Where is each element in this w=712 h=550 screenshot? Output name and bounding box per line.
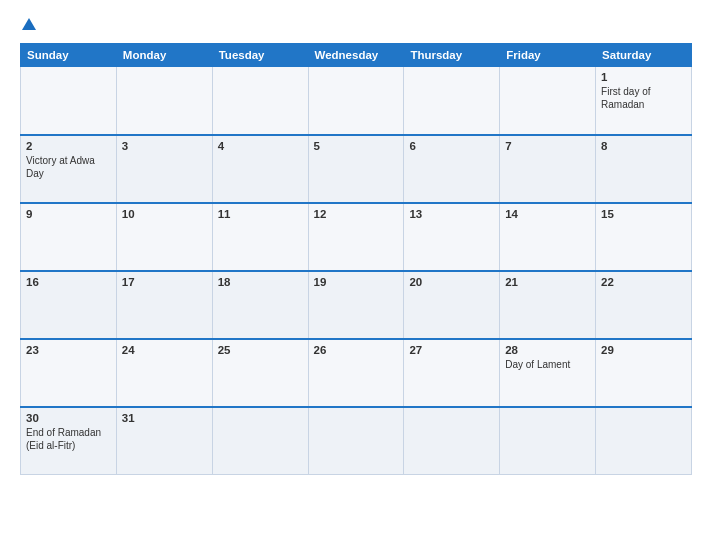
calendar-cell: 2Victory at Adwa Day [21, 135, 117, 203]
weekday-friday: Friday [500, 44, 596, 67]
weekday-tuesday: Tuesday [212, 44, 308, 67]
day-number: 14 [505, 208, 590, 220]
day-number: 26 [314, 344, 399, 356]
day-number: 13 [409, 208, 494, 220]
day-number: 31 [122, 412, 207, 424]
weekday-monday: Monday [116, 44, 212, 67]
day-number: 5 [314, 140, 399, 152]
week-row-5: 30End of Ramadan (Eid al-Fitr)31 [21, 407, 692, 475]
day-number: 15 [601, 208, 686, 220]
day-number: 29 [601, 344, 686, 356]
day-event: End of Ramadan (Eid al-Fitr) [26, 427, 101, 451]
logo [20, 18, 36, 31]
calendar-cell: 9 [21, 203, 117, 271]
calendar-cell: 30End of Ramadan (Eid al-Fitr) [21, 407, 117, 475]
calendar-cell: 13 [404, 203, 500, 271]
calendar-cell [116, 67, 212, 135]
calendar-cell: 23 [21, 339, 117, 407]
weekday-sunday: Sunday [21, 44, 117, 67]
weekday-header-row: SundayMondayTuesdayWednesdayThursdayFrid… [21, 44, 692, 67]
calendar-cell: 19 [308, 271, 404, 339]
calendar-table: SundayMondayTuesdayWednesdayThursdayFrid… [20, 43, 692, 475]
calendar-cell [21, 67, 117, 135]
week-row-3: 16171819202122 [21, 271, 692, 339]
day-number: 21 [505, 276, 590, 288]
calendar-cell: 22 [596, 271, 692, 339]
day-number: 23 [26, 344, 111, 356]
day-number: 9 [26, 208, 111, 220]
calendar-cell [212, 67, 308, 135]
day-number: 10 [122, 208, 207, 220]
week-row-4: 232425262728Day of Lament29 [21, 339, 692, 407]
day-number: 8 [601, 140, 686, 152]
calendar-cell: 3 [116, 135, 212, 203]
calendar-cell: 18 [212, 271, 308, 339]
day-number: 4 [218, 140, 303, 152]
calendar-cell: 17 [116, 271, 212, 339]
logo-triangle-icon [22, 18, 36, 30]
week-row-0: 1First day of Ramadan [21, 67, 692, 135]
weekday-thursday: Thursday [404, 44, 500, 67]
calendar-cell: 4 [212, 135, 308, 203]
day-event: Day of Lament [505, 359, 570, 370]
day-number: 6 [409, 140, 494, 152]
day-event: First day of Ramadan [601, 86, 650, 110]
calendar-cell: 31 [116, 407, 212, 475]
day-number: 30 [26, 412, 111, 424]
week-row-2: 9101112131415 [21, 203, 692, 271]
day-number: 27 [409, 344, 494, 356]
header [20, 18, 692, 31]
week-row-1: 2Victory at Adwa Day345678 [21, 135, 692, 203]
calendar-cell: 20 [404, 271, 500, 339]
calendar-cell: 28Day of Lament [500, 339, 596, 407]
calendar-cell: 5 [308, 135, 404, 203]
day-number: 12 [314, 208, 399, 220]
day-number: 7 [505, 140, 590, 152]
calendar-cell: 16 [21, 271, 117, 339]
day-number: 16 [26, 276, 111, 288]
calendar-page: SundayMondayTuesdayWednesdayThursdayFrid… [0, 0, 712, 550]
calendar-cell: 21 [500, 271, 596, 339]
calendar-cell: 10 [116, 203, 212, 271]
calendar-cell [500, 407, 596, 475]
day-number: 20 [409, 276, 494, 288]
day-number: 22 [601, 276, 686, 288]
calendar-cell: 14 [500, 203, 596, 271]
calendar-cell: 29 [596, 339, 692, 407]
day-number: 11 [218, 208, 303, 220]
calendar-cell: 8 [596, 135, 692, 203]
day-event: Victory at Adwa Day [26, 155, 95, 179]
calendar-cell [308, 407, 404, 475]
calendar-cell [212, 407, 308, 475]
calendar-cell: 26 [308, 339, 404, 407]
calendar-cell: 7 [500, 135, 596, 203]
calendar-cell: 24 [116, 339, 212, 407]
calendar-cell: 27 [404, 339, 500, 407]
calendar-cell [500, 67, 596, 135]
day-number: 17 [122, 276, 207, 288]
calendar-cell [404, 67, 500, 135]
day-number: 28 [505, 344, 590, 356]
weekday-saturday: Saturday [596, 44, 692, 67]
day-number: 25 [218, 344, 303, 356]
calendar-cell [596, 407, 692, 475]
calendar-cell [308, 67, 404, 135]
calendar-cell: 1First day of Ramadan [596, 67, 692, 135]
calendar-cell: 6 [404, 135, 500, 203]
calendar-cell: 15 [596, 203, 692, 271]
day-number: 2 [26, 140, 111, 152]
calendar-cell: 25 [212, 339, 308, 407]
logo-blue-text [20, 18, 36, 31]
day-number: 1 [601, 71, 686, 83]
day-number: 19 [314, 276, 399, 288]
day-number: 3 [122, 140, 207, 152]
calendar-cell: 11 [212, 203, 308, 271]
weekday-wednesday: Wednesday [308, 44, 404, 67]
calendar-cell: 12 [308, 203, 404, 271]
day-number: 24 [122, 344, 207, 356]
day-number: 18 [218, 276, 303, 288]
calendar-cell [404, 407, 500, 475]
